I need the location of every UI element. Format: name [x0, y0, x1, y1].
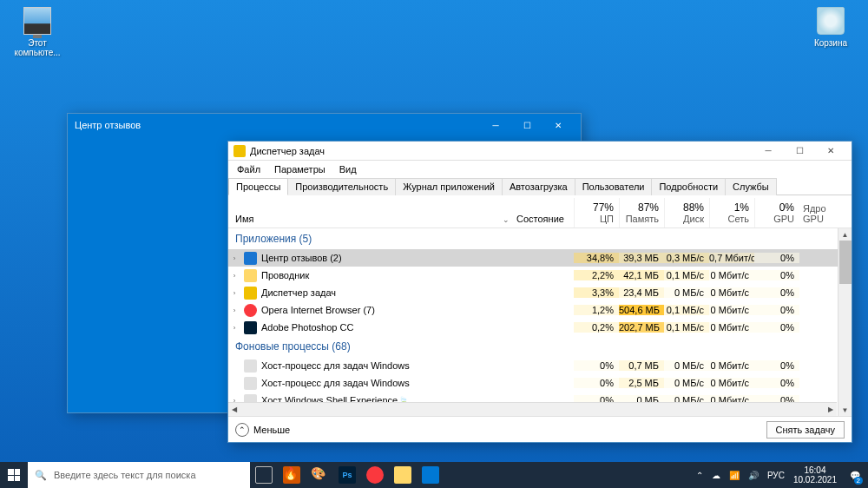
col-gpu[interactable]: 0%GPU: [754, 198, 799, 228]
process-name: Проводник: [240, 269, 513, 282]
cell-gpu: 0%: [754, 378, 799, 388]
recycle-icon: [817, 7, 845, 35]
menu-file[interactable]: Файл: [230, 162, 267, 176]
col-status[interactable]: Состояние: [513, 210, 574, 228]
taskbar-app-opera[interactable]: [361, 462, 389, 488]
desktop-icon-label: Корзина: [814, 38, 847, 48]
process-name: Хост-процесс для задач Windows: [240, 377, 513, 390]
col-name[interactable]: Имя ⌄: [228, 210, 513, 228]
chevron-down-icon: ⌄: [503, 215, 510, 224]
cell-cpu: 0,2%: [574, 322, 619, 333]
tray-clock[interactable]: 16:04 10.02.2021: [793, 465, 837, 485]
expand-icon[interactable]: ›: [228, 307, 240, 314]
tab-apphistory[interactable]: Журнал приложений: [396, 178, 503, 195]
expand-icon[interactable]: ›: [228, 272, 240, 280]
tab-users[interactable]: Пользователи: [575, 178, 653, 195]
desktop-icon-thispc[interactable]: Этот компьюте...: [7, 7, 68, 57]
process-row[interactable]: Хост-процесс для задач Windows0%0,7 МБ0 …: [228, 357, 852, 374]
minimize-button[interactable]: ─: [480, 115, 511, 135]
cell-network: 0 Мбит/с: [709, 378, 754, 388]
taskbar-app-explorer[interactable]: [389, 462, 417, 488]
col-memory[interactable]: 87%Память: [619, 198, 664, 228]
process-row[interactable]: Хост-процесс для задач Windows0%2,5 МБ0 …: [228, 374, 852, 392]
chevron-up-icon: ⌃: [235, 423, 249, 437]
menu-view[interactable]: Вид: [332, 162, 364, 176]
tab-startup[interactable]: Автозагрузка: [503, 178, 575, 195]
menu-options[interactable]: Параметры: [267, 162, 332, 176]
maximize-button[interactable]: ☐: [511, 115, 542, 135]
desktop-icon-recycle[interactable]: Корзина: [800, 7, 861, 48]
taskmgr-icon: [233, 145, 246, 157]
tray-language[interactable]: РУС: [767, 471, 785, 480]
scroll-down-icon[interactable]: ▼: [838, 404, 852, 416]
cell-memory: 2,5 МБ: [619, 378, 664, 388]
taskbar-app[interactable]: 🎨: [306, 462, 333, 488]
col-network[interactable]: 1%Сеть: [709, 198, 754, 228]
tab-performance[interactable]: Производительность: [288, 178, 396, 195]
titlebar[interactable]: Центр отзывов ─ ☐ ✕: [68, 114, 581, 136]
desktop-icon-label: Этот компьюте...: [14, 38, 60, 57]
tray-chevron-up-icon[interactable]: ⌃: [696, 471, 703, 480]
cell-cpu: 2,2%: [574, 270, 619, 280]
expand-icon[interactable]: ›: [228, 254, 240, 262]
process-row[interactable]: ›Центр отзывов (2)34,8%39,3 МБ0,3 МБ/с0,…: [228, 249, 852, 267]
cell-network: 0,7 Мбит/с: [709, 253, 754, 263]
cell-memory: 202,7 МБ: [619, 322, 664, 333]
app-icon: [244, 321, 257, 334]
col-cpu[interactable]: 77%ЦП: [574, 198, 619, 228]
search-icon: 🔍: [35, 470, 47, 481]
cell-memory: 42,1 МБ: [619, 270, 664, 280]
cell-network: 0 Мбит/с: [709, 287, 754, 298]
process-row[interactable]: ›Opera Internet Browser (7)1,2%504,6 МБ0…: [228, 301, 852, 319]
scroll-up-icon[interactable]: ▲: [838, 228, 852, 241]
process-row[interactable]: ›Диспетчер задач3,3%23,4 МБ0 МБ/с0 Мбит/…: [228, 284, 852, 301]
process-name: Диспетчер задач: [240, 287, 513, 300]
taskbar-app[interactable]: [417, 462, 444, 488]
tab-services[interactable]: Службы: [726, 178, 777, 195]
cell-cpu: 1,2%: [574, 305, 619, 315]
tray-volume-icon[interactable]: 🔊: [748, 471, 759, 480]
expand-icon[interactable]: ›: [228, 289, 240, 297]
cell-disk: 0,1 МБ/с: [664, 305, 709, 315]
taskbar-app-photoshop[interactable]: Ps: [333, 462, 361, 488]
cell-network: 0 Мбит/с: [709, 305, 754, 315]
search-input[interactable]: 🔍 Введите здесь текст для поиска: [28, 462, 250, 488]
scrollbar-horizontal[interactable]: ◀ ▶: [228, 402, 837, 416]
cell-gpu: 0%: [754, 305, 799, 315]
task-view-button[interactable]: [250, 462, 278, 488]
scrollbar-thumb[interactable]: [839, 241, 852, 284]
scrollbar-vertical[interactable]: ▲ ▼: [838, 228, 852, 416]
windows-icon: [8, 469, 20, 481]
app-icon: [244, 287, 257, 300]
start-button[interactable]: [0, 462, 28, 488]
cell-memory: 23,4 МБ: [619, 287, 664, 298]
menubar: Файл Параметры Вид: [228, 161, 852, 178]
close-button[interactable]: ✕: [815, 142, 846, 160]
minimize-button[interactable]: ─: [753, 142, 784, 160]
scroll-left-icon[interactable]: ◀: [228, 403, 240, 416]
tab-processes[interactable]: Процессы: [228, 178, 288, 195]
taskbar: 🔍 Введите здесь текст для поиска 🔥 🎨 Ps …: [0, 462, 868, 488]
scroll-right-icon[interactable]: ▶: [825, 403, 837, 416]
app-icon: [244, 269, 257, 282]
col-disk[interactable]: 88%Диск: [664, 198, 709, 228]
end-task-button[interactable]: Снять задачу: [766, 421, 845, 439]
titlebar[interactable]: Диспетчер задач ─ ☐ ✕: [228, 142, 852, 161]
window-title: Центр отзывов: [75, 120, 141, 130]
process-row[interactable]: ›Проводник2,2%42,1 МБ0,1 МБ/с0 Мбит/с0%: [228, 267, 852, 284]
cell-cpu: 0%: [574, 360, 619, 371]
action-center-button[interactable]: 💬 2: [845, 462, 865, 488]
expand-icon[interactable]: ›: [228, 324, 240, 332]
tray-wifi-icon[interactable]: 📶: [729, 471, 740, 480]
process-group-header: Фоновые процессы (68): [228, 336, 852, 357]
process-row[interactable]: ›Adobe Photoshop CC0,2%202,7 МБ0,1 МБ/с0…: [228, 319, 852, 336]
taskbar-app[interactable]: 🔥: [278, 462, 306, 488]
close-button[interactable]: ✕: [542, 115, 574, 135]
fewer-details-button[interactable]: ⌃ Меньше: [235, 423, 290, 437]
task-manager-window[interactable]: Диспетчер задач ─ ☐ ✕ Файл Параметры Вид…: [227, 141, 852, 443]
tray-onedrive-icon[interactable]: ☁: [712, 471, 720, 480]
cell-cpu: 34,8%: [574, 253, 619, 263]
maximize-button[interactable]: ☐: [784, 142, 815, 160]
col-gpu-engine[interactable]: Ядро GPU: [799, 200, 852, 228]
tab-details[interactable]: Подробности: [652, 178, 726, 195]
